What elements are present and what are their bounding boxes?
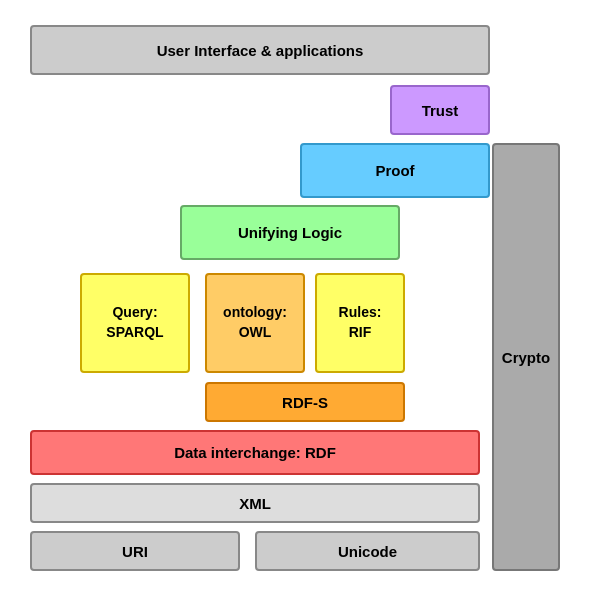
rdf-layer: Data interchange: RDF: [30, 430, 480, 475]
rdfs-layer: RDF-S: [205, 382, 405, 422]
trust-layer: Trust: [390, 85, 490, 135]
unifying-logic-layer: Unifying Logic: [180, 205, 400, 260]
uri-layer: URI: [30, 531, 240, 571]
crypto-layer: Crypto: [492, 143, 560, 571]
proof-layer: Proof: [300, 143, 490, 198]
user-interface-layer: User Interface & applications: [30, 25, 490, 75]
ontology-owl-layer: ontology:OWL: [205, 273, 305, 373]
unicode-layer: Unicode: [255, 531, 480, 571]
rules-rif-layer: Rules:RIF: [315, 273, 405, 373]
semantic-web-diagram: User Interface & applications Trust Proo…: [20, 15, 570, 575]
xml-layer: XML: [30, 483, 480, 523]
query-sparql-layer: Query:SPARQL: [80, 273, 190, 373]
